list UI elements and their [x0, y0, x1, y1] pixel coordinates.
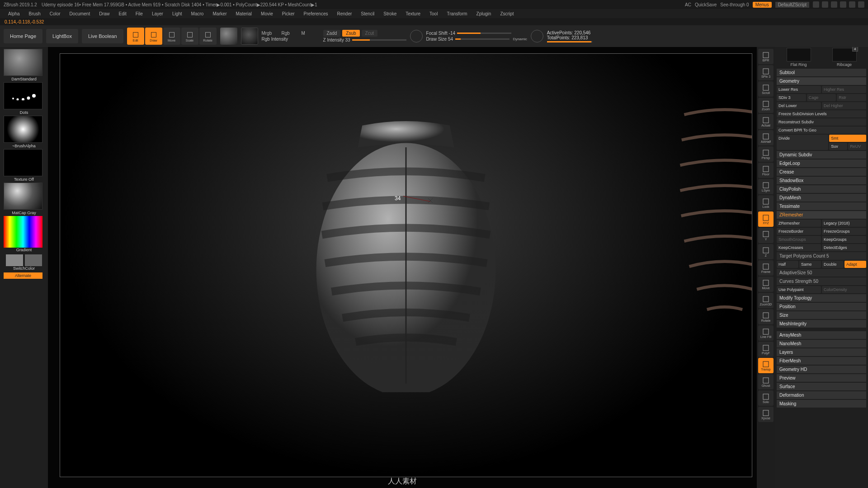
menu-brush[interactable]: Brush	[24, 10, 45, 18]
geometry-section[interactable]: Geometry	[777, 77, 866, 85]
fibermesh-section[interactable]: FiberMesh	[777, 357, 866, 365]
adapt-button[interactable]: Adapt	[844, 261, 866, 268]
edit-mode-button[interactable]: Edit	[127, 28, 144, 45]
menu-picker[interactable]: Picker	[278, 10, 299, 18]
move-mode-button[interactable]: Move	[163, 28, 180, 45]
viewport-frame-button[interactable]: Frame	[758, 260, 774, 276]
reuv-button[interactable]: ReUV	[848, 143, 866, 150]
m-button[interactable]: M	[302, 31, 320, 36]
menu-preferences[interactable]: Preferences	[299, 10, 333, 18]
cage-button[interactable]: Cage	[807, 94, 836, 101]
draw-size-slider[interactable]	[455, 38, 509, 40]
layers-section[interactable]: Layers	[777, 348, 866, 356]
divide-button[interactable]: Divide	[777, 135, 828, 150]
shadowbox-section[interactable]: ShadowBox	[777, 177, 866, 184]
draw-size-label[interactable]: Draw Size 54	[426, 37, 453, 42]
viewport-move-button[interactable]: Move	[758, 277, 774, 292]
viewport-actual-button[interactable]: Actual	[758, 114, 774, 129]
menu-texture[interactable]: Texture	[401, 10, 425, 18]
maximize-icon[interactable]	[849, 1, 855, 8]
viewport-ghost-button[interactable]: Ghost	[758, 374, 774, 389]
keep-groups-button[interactable]: KeepGroups	[822, 236, 866, 243]
zcut-button[interactable]: Zcut	[362, 30, 377, 37]
freeze-subdivision-levels-button[interactable]: Freeze SubDivision Levels	[777, 110, 866, 117]
home-page-button[interactable]: Home Page	[4, 29, 42, 43]
menu-stroke[interactable]: Stroke	[379, 10, 401, 18]
secondary-color-swatch[interactable]	[25, 254, 42, 266]
zremesher-section[interactable]: ZRemesher	[777, 211, 866, 219]
minimize-icon[interactable]	[840, 1, 846, 8]
arraymesh-section[interactable]: ArrayMesh	[777, 331, 866, 339]
viewport-persp-button[interactable]: Persp	[758, 146, 774, 162]
viewport-bpr-button[interactable]: BPR	[758, 49, 774, 64]
detect-edges-button[interactable]: DetectEdges	[822, 244, 866, 251]
freeze-border-button[interactable]: FreezeBorder	[777, 228, 821, 235]
default-zscript[interactable]: DefaultZScript	[775, 2, 809, 8]
reconstruct-subdiv-button[interactable]: Reconstruct Subdiv	[777, 118, 866, 126]
viewport-floor-button[interactable]: Floor	[758, 163, 774, 178]
color-density-button[interactable]: ColorDensity	[822, 286, 866, 293]
same-button[interactable]: Same	[799, 261, 821, 268]
nanomesh-section[interactable]: NanoMesh	[777, 340, 866, 347]
sphere-icon[interactable]	[220, 28, 237, 45]
menu-render[interactable]: Render	[333, 10, 357, 18]
menu-alpha[interactable]: Alpha	[4, 10, 24, 18]
target-polygons-slider[interactable]: Target Polygons Count 5	[777, 252, 866, 260]
menu-transform[interactable]: Transform	[442, 10, 472, 18]
z-intensity-slider[interactable]	[352, 39, 406, 41]
use-polypaint-button[interactable]: Use Polypaint	[777, 286, 821, 293]
viewport-y-button[interactable]: Y	[758, 228, 774, 243]
draw-mode-button[interactable]: Draw	[145, 28, 162, 45]
preview-section[interactable]: Preview	[777, 374, 866, 382]
menu-light[interactable]: Light	[168, 10, 187, 18]
alternate-button[interactable]: Alternate	[4, 272, 42, 279]
scale-mode-button[interactable]: Scale	[181, 28, 198, 45]
menu-zplugin[interactable]: Zplugin	[472, 10, 496, 18]
main-color-swatch[interactable]	[6, 254, 23, 266]
legacy-button[interactable]: Legacy (2018)	[822, 220, 866, 227]
dynamic-label[interactable]: Dynamic	[513, 37, 527, 41]
geometry-hd-section[interactable]: Geometry HD	[777, 366, 866, 373]
switch-color-button[interactable]: SwitchColor	[13, 266, 35, 271]
subtool-thumb-ribcage[interactable]: 4Ribcage	[830, 48, 859, 67]
position-section[interactable]: Position	[777, 303, 866, 310]
edgeloop-section[interactable]: EdgeLoop	[777, 160, 866, 167]
z-intensity-label[interactable]: Z Intensity 33	[323, 38, 350, 42]
gyro-icon[interactable]	[410, 30, 423, 42]
meshintegrity-section[interactable]: MeshIntegrity	[777, 320, 866, 328]
menus-button[interactable]: Menus	[753, 2, 772, 8]
zremesher-button[interactable]: ZRemesher	[777, 220, 821, 227]
close-icon[interactable]	[858, 1, 864, 8]
menu-layer[interactable]: Layer	[147, 10, 168, 18]
subtool-section[interactable]: Subtool	[777, 69, 866, 76]
masking-section[interactable]: Masking	[777, 400, 866, 408]
viewport-xyz-button[interactable]: XYZ	[758, 211, 774, 227]
lock-icon[interactable]	[831, 1, 837, 8]
live-boolean-button[interactable]: Live Boolean	[82, 29, 123, 43]
subtool-thumb-flat-ring[interactable]: Flat Ring	[784, 48, 813, 67]
suv-button[interactable]: Suv	[829, 143, 847, 150]
menu-material[interactable]: Material	[231, 10, 257, 18]
viewport-lock-button[interactable]: Lock	[758, 195, 774, 211]
del-higher-button[interactable]: Del Higher	[822, 102, 866, 109]
menu-edit[interactable]: Edit	[114, 10, 131, 18]
zsub-button[interactable]: Zsub	[342, 30, 359, 37]
viewport-rotate-button[interactable]: Rotate	[758, 309, 774, 324]
brush-selector[interactable]: DamStandard	[4, 49, 44, 81]
quicksave-button[interactable]: QuickSave	[695, 2, 717, 7]
size-dial-icon[interactable]	[531, 30, 543, 42]
material-selector[interactable]: MatCap Gray	[4, 183, 44, 215]
lightbox-button[interactable]: LightBox	[46, 29, 78, 43]
claypolish-section[interactable]: ClayPolish	[777, 185, 866, 193]
tessimate-section[interactable]: Tessimate	[777, 202, 866, 210]
convert-bpr-to-geo-button[interactable]: Convert BPR To Geo	[777, 127, 866, 134]
viewport-z-button[interactable]: Z	[758, 244, 774, 259]
surface-section[interactable]: Surface	[777, 383, 866, 390]
double-button[interactable]: Double	[822, 261, 844, 268]
viewport-polyf-button[interactable]: PolyF	[758, 342, 774, 357]
stroke-selector[interactable]: Dots	[4, 82, 44, 115]
arrow-icon[interactable]	[813, 1, 819, 8]
higher-res-button[interactable]: Higher Res	[822, 86, 866, 93]
menu-marker[interactable]: Marker	[208, 10, 231, 18]
pin-icon[interactable]	[822, 1, 828, 8]
